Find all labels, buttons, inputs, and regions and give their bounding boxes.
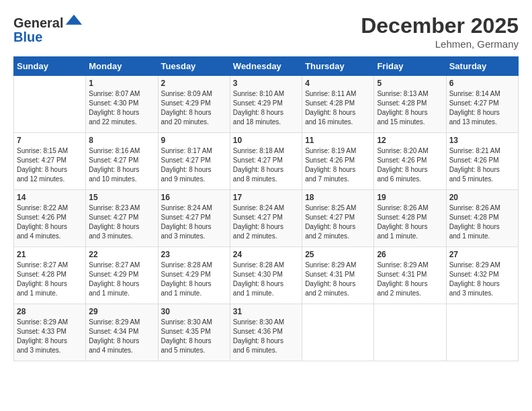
header-sunday: Sunday	[14, 57, 86, 76]
day-number: 27	[449, 250, 515, 259]
page-header: General Blue December 2025 Lehmen, Germa…	[13, 13, 519, 50]
day-info: Sunrise: 8:27 AM Sunset: 4:28 PM Dayligh…	[17, 261, 83, 298]
day-info: Sunrise: 8:07 AM Sunset: 4:30 PM Dayligh…	[89, 89, 154, 127]
day-info: Sunrise: 8:14 AM Sunset: 4:27 PM Dayligh…	[449, 89, 515, 127]
day-number: 4	[305, 79, 371, 88]
calendar-table: SundayMondayTuesdayWednesdayThursdayFrid…	[13, 56, 519, 361]
day-number: 5	[377, 79, 443, 88]
calendar-cell: 9Sunrise: 8:17 AM Sunset: 4:27 PM Daylig…	[158, 133, 230, 190]
day-info: Sunrise: 8:30 AM Sunset: 4:36 PM Dayligh…	[233, 318, 299, 355]
header-thursday: Thursday	[302, 57, 374, 76]
calendar-cell: 11Sunrise: 8:19 AM Sunset: 4:26 PM Dayli…	[302, 133, 374, 190]
calendar-cell: 25Sunrise: 8:29 AM Sunset: 4:31 PM Dayli…	[302, 247, 374, 304]
day-number: 22	[89, 250, 154, 259]
day-number: 1	[89, 79, 154, 88]
day-number: 25	[305, 250, 371, 259]
calendar-cell	[446, 304, 518, 361]
calendar-cell: 28Sunrise: 8:29 AM Sunset: 4:33 PM Dayli…	[14, 304, 86, 361]
calendar-cell: 2Sunrise: 8:09 AM Sunset: 4:29 PM Daylig…	[158, 76, 230, 133]
day-number: 3	[233, 79, 299, 88]
day-number: 30	[161, 307, 227, 316]
title-area: December 2025 Lehmen, Germany	[361, 13, 519, 50]
day-number: 2	[161, 79, 227, 88]
day-info: Sunrise: 8:26 AM Sunset: 4:28 PM Dayligh…	[449, 203, 515, 241]
calendar-cell: 1Sunrise: 8:07 AM Sunset: 4:30 PM Daylig…	[86, 76, 158, 133]
day-info: Sunrise: 8:25 AM Sunset: 4:27 PM Dayligh…	[305, 203, 371, 241]
location: Lehmen, Germany	[361, 38, 519, 50]
day-info: Sunrise: 8:30 AM Sunset: 4:35 PM Dayligh…	[161, 318, 227, 355]
calendar-cell	[14, 76, 86, 133]
day-info: Sunrise: 8:29 AM Sunset: 4:33 PM Dayligh…	[17, 318, 83, 355]
calendar-cell: 22Sunrise: 8:27 AM Sunset: 4:29 PM Dayli…	[86, 247, 158, 304]
calendar-cell: 12Sunrise: 8:20 AM Sunset: 4:26 PM Dayli…	[374, 133, 446, 190]
day-info: Sunrise: 8:19 AM Sunset: 4:26 PM Dayligh…	[305, 146, 371, 184]
day-number: 10	[233, 136, 299, 145]
calendar-cell: 13Sunrise: 8:21 AM Sunset: 4:26 PM Dayli…	[446, 133, 518, 190]
day-info: Sunrise: 8:28 AM Sunset: 4:29 PM Dayligh…	[161, 261, 227, 298]
day-number: 13	[449, 136, 515, 145]
day-info: Sunrise: 8:29 AM Sunset: 4:32 PM Dayligh…	[449, 261, 515, 298]
calendar-cell: 23Sunrise: 8:28 AM Sunset: 4:29 PM Dayli…	[158, 247, 230, 304]
month-title: December 2025	[361, 13, 519, 38]
calendar-week-row: 28Sunrise: 8:29 AM Sunset: 4:33 PM Dayli…	[14, 304, 519, 361]
day-number: 28	[17, 307, 83, 316]
calendar-cell: 6Sunrise: 8:14 AM Sunset: 4:27 PM Daylig…	[446, 76, 518, 133]
calendar-cell: 24Sunrise: 8:28 AM Sunset: 4:30 PM Dayli…	[230, 247, 302, 304]
calendar-cell: 10Sunrise: 8:18 AM Sunset: 4:27 PM Dayli…	[230, 133, 302, 190]
calendar-week-row: 21Sunrise: 8:27 AM Sunset: 4:28 PM Dayli…	[14, 247, 519, 304]
calendar-cell: 31Sunrise: 8:30 AM Sunset: 4:36 PM Dayli…	[230, 304, 302, 361]
calendar-cell: 15Sunrise: 8:23 AM Sunset: 4:27 PM Dayli…	[86, 190, 158, 247]
calendar-header-row: SundayMondayTuesdayWednesdayThursdayFrid…	[14, 57, 519, 76]
day-number: 12	[377, 136, 443, 145]
day-number: 18	[305, 193, 371, 202]
calendar-cell: 3Sunrise: 8:10 AM Sunset: 4:29 PM Daylig…	[230, 76, 302, 133]
calendar-cell: 8Sunrise: 8:16 AM Sunset: 4:27 PM Daylig…	[86, 133, 158, 190]
day-number: 16	[161, 193, 227, 202]
svg-marker-0	[66, 15, 82, 25]
calendar-week-row: 1Sunrise: 8:07 AM Sunset: 4:30 PM Daylig…	[14, 76, 519, 133]
day-number: 29	[89, 307, 154, 316]
day-number: 8	[89, 136, 154, 145]
header-wednesday: Wednesday	[230, 57, 302, 76]
calendar-cell: 21Sunrise: 8:27 AM Sunset: 4:28 PM Dayli…	[14, 247, 86, 304]
day-number: 31	[233, 307, 299, 316]
calendar-cell: 4Sunrise: 8:11 AM Sunset: 4:28 PM Daylig…	[302, 76, 374, 133]
day-info: Sunrise: 8:20 AM Sunset: 4:26 PM Dayligh…	[377, 146, 443, 184]
day-info: Sunrise: 8:26 AM Sunset: 4:28 PM Dayligh…	[377, 203, 443, 241]
day-info: Sunrise: 8:22 AM Sunset: 4:26 PM Dayligh…	[17, 203, 83, 241]
header-saturday: Saturday	[446, 57, 518, 76]
calendar-cell: 20Sunrise: 8:26 AM Sunset: 4:28 PM Dayli…	[446, 190, 518, 247]
day-number: 15	[89, 193, 154, 202]
day-number: 20	[449, 193, 515, 202]
day-info: Sunrise: 8:17 AM Sunset: 4:27 PM Dayligh…	[161, 146, 227, 184]
day-number: 26	[377, 250, 443, 259]
day-info: Sunrise: 8:09 AM Sunset: 4:29 PM Dayligh…	[161, 89, 227, 127]
day-info: Sunrise: 8:27 AM Sunset: 4:29 PM Dayligh…	[89, 261, 154, 298]
calendar-cell: 30Sunrise: 8:30 AM Sunset: 4:35 PM Dayli…	[158, 304, 230, 361]
logo-icon	[64, 13, 83, 32]
day-info: Sunrise: 8:29 AM Sunset: 4:31 PM Dayligh…	[377, 261, 443, 298]
day-number: 6	[449, 79, 515, 88]
day-info: Sunrise: 8:23 AM Sunset: 4:27 PM Dayligh…	[89, 203, 154, 241]
day-info: Sunrise: 8:21 AM Sunset: 4:26 PM Dayligh…	[449, 146, 515, 184]
day-number: 11	[305, 136, 371, 145]
day-number: 23	[161, 250, 227, 259]
calendar-cell	[374, 304, 446, 361]
header-friday: Friday	[374, 57, 446, 76]
header-monday: Monday	[86, 57, 158, 76]
day-number: 24	[233, 250, 299, 259]
calendar-cell: 17Sunrise: 8:24 AM Sunset: 4:27 PM Dayli…	[230, 190, 302, 247]
day-info: Sunrise: 8:10 AM Sunset: 4:29 PM Dayligh…	[233, 89, 299, 127]
logo: General Blue	[13, 13, 83, 45]
day-number: 19	[377, 193, 443, 202]
header-tuesday: Tuesday	[158, 57, 230, 76]
day-info: Sunrise: 8:11 AM Sunset: 4:28 PM Dayligh…	[305, 89, 371, 127]
day-number: 9	[161, 136, 227, 145]
calendar-cell: 16Sunrise: 8:24 AM Sunset: 4:27 PM Dayli…	[158, 190, 230, 247]
day-number: 21	[17, 250, 83, 259]
day-info: Sunrise: 8:29 AM Sunset: 4:34 PM Dayligh…	[89, 318, 154, 355]
calendar-cell	[302, 304, 374, 361]
calendar-cell: 14Sunrise: 8:22 AM Sunset: 4:26 PM Dayli…	[14, 190, 86, 247]
day-info: Sunrise: 8:29 AM Sunset: 4:31 PM Dayligh…	[305, 261, 371, 298]
day-info: Sunrise: 8:15 AM Sunset: 4:27 PM Dayligh…	[17, 146, 83, 184]
